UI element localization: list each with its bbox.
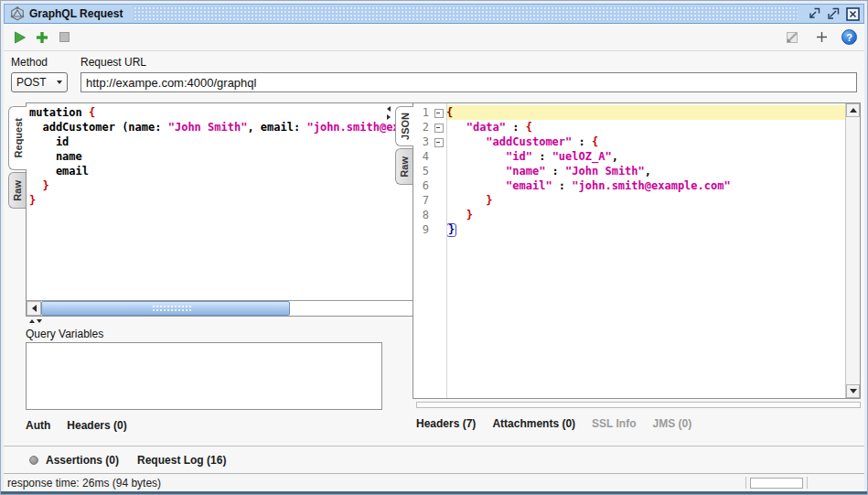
response-bottom-tabs: Headers (7) Attachments (0) SSL Info JMS… [394, 417, 861, 430]
scroll-down-icon[interactable] [846, 384, 860, 398]
stop-icon [59, 32, 70, 42]
response-vscrollbar[interactable] [845, 103, 860, 398]
collapse-down-icon[interactable] [37, 319, 42, 323]
response-pane: JSON Raw 1{2 "data" : {3 "addCustomer" :… [394, 102, 861, 446]
tab-attachments[interactable]: Attachments (0) [492, 417, 575, 430]
request-bar: Method POST Request URL [4, 51, 864, 101]
close-icon[interactable] [845, 6, 860, 21]
query-variables-input[interactable] [26, 342, 382, 410]
titlebar[interactable]: GraphQL Request [4, 4, 864, 24]
fold-gutter [432, 208, 446, 222]
code-line: 2 "data" : { [413, 120, 845, 135]
statusbar-divider [807, 477, 808, 489]
fold-gutter [432, 149, 446, 164]
minimize-icon[interactable] [807, 6, 821, 21]
fold-collapse-icon[interactable] [432, 105, 446, 120]
tab-assertions[interactable]: Assertions (0) [29, 454, 119, 467]
tab-auth[interactable]: Auth [26, 419, 50, 432]
assertion-status-icon [29, 456, 38, 465]
tab-request-raw[interactable]: Raw [8, 172, 26, 209]
method-select[interactable]: POST [11, 72, 68, 92]
graphql-logo-icon [10, 6, 25, 21]
request-url-label: Request URL [80, 56, 857, 69]
tab-request-headers[interactable]: Headers (0) [67, 419, 126, 432]
play-icon [14, 31, 27, 44]
fold-collapse-icon[interactable] [432, 135, 446, 149]
response-code-area[interactable]: 1{2 "data" : {3 "addCustomer" : {4 "id" … [413, 105, 845, 237]
chevron-down-icon [57, 81, 62, 84]
help-icon[interactable] [841, 29, 857, 45]
code-line: 1{ [413, 105, 845, 120]
toolbar [4, 24, 864, 51]
add-request-button[interactable] [33, 28, 51, 47]
plus-icon [36, 31, 48, 44]
request-pane: Request Raw mutation { addCustomer (name… [7, 102, 382, 446]
stop-button[interactable] [55, 28, 73, 47]
tab-jms: JMS (0) [653, 417, 692, 430]
gutter-separator [446, 103, 447, 398]
code-line: 3 "addCustomer" : { [413, 135, 845, 149]
status-bar: response time: 26ms (94 bytes) [4, 473, 864, 491]
plus-icon [816, 31, 828, 43]
tab-request-log[interactable]: Request Log (16) [137, 454, 226, 467]
query-variables-label: Query Variables [26, 328, 382, 340]
tab-request[interactable]: Request [8, 106, 27, 170]
request-log-label: Request Log (16) [137, 454, 226, 467]
add-param-button[interactable] [812, 28, 830, 47]
scroll-up-icon[interactable] [846, 103, 860, 117]
code-line: 4 "id" : "uelOZ_A", [413, 149, 845, 164]
code-line: 5 "name" : "John Smith", [413, 164, 845, 178]
recreate-request-icon [786, 31, 798, 44]
hscroll-thumb[interactable] [41, 301, 290, 316]
code-line: 8 } [413, 208, 845, 222]
maximize-icon[interactable] [826, 6, 841, 21]
footer-tabs: Assertions (0) Request Log (16) [4, 446, 864, 473]
request-url-input[interactable] [80, 72, 857, 92]
scroll-left-icon[interactable] [27, 301, 41, 316]
response-time-text: response time: 26ms (94 bytes) [7, 477, 161, 490]
fold-gutter [432, 193, 446, 208]
code-line: 6 "email" : "john.smith@example.com" [413, 178, 845, 193]
titlebar-texture [134, 6, 798, 21]
window-bottom-border [1, 491, 867, 495]
editor-variables-splitter[interactable] [7, 317, 382, 325]
fold-gutter [432, 222, 446, 237]
tab-json[interactable]: JSON [395, 106, 413, 146]
response-hscrollbar[interactable] [416, 402, 861, 408]
statusbar-divider [745, 477, 746, 489]
run-button[interactable] [11, 28, 29, 47]
response-editor[interactable]: 1{2 "data" : {3 "addCustomer" : {4 "id" … [413, 102, 861, 399]
code-line: 7 } [413, 193, 845, 208]
method-value: POST [16, 76, 47, 89]
graphql-request-window: GraphQL Request [0, 0, 868, 495]
fold-gutter [432, 164, 446, 178]
request-tab-strip: Request Raw [7, 102, 26, 317]
progress-indicator [750, 478, 803, 489]
recreate-request-button[interactable] [783, 28, 801, 47]
tab-ssl-info: SSL Info [592, 417, 636, 430]
code-line: 9} [413, 222, 845, 237]
assertions-label: Assertions (0) [46, 454, 119, 467]
main-split: Request Raw mutation { addCustomer (name… [4, 101, 864, 446]
fold-gutter [432, 178, 446, 193]
fold-collapse-icon[interactable] [432, 120, 446, 135]
request-bottom-tabs: Auth Headers (0) [7, 419, 382, 432]
window-title: GraphQL Request [29, 7, 123, 20]
method-label: Method [11, 56, 68, 69]
tab-response-headers[interactable]: Headers (7) [416, 417, 476, 430]
collapse-up-icon[interactable] [29, 319, 35, 323]
